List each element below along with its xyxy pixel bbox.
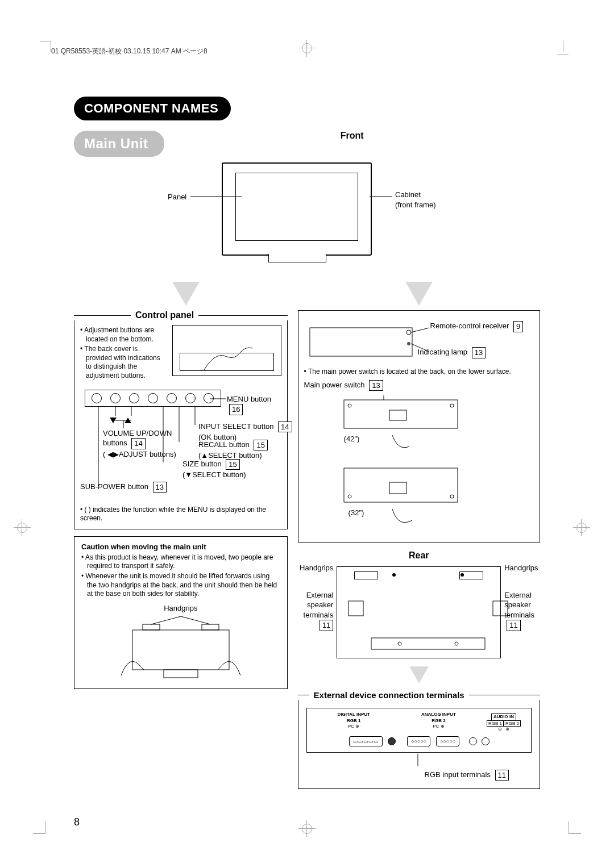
- menu-ref: 16: [229, 404, 243, 415]
- pc-label-2: PC: [433, 724, 439, 729]
- ext-terminals-heading: External device connection terminals: [309, 690, 469, 700]
- remote-label: Remote-control receiver: [430, 322, 509, 330]
- svg-rect-23: [344, 400, 458, 428]
- cp-button-row: [85, 390, 221, 407]
- recall-label: RECALL button: [198, 440, 250, 449]
- svg-rect-12: [132, 630, 229, 670]
- input-select-ref: 14: [278, 422, 292, 433]
- main-power-ref: 13: [369, 380, 383, 391]
- svg-point-25: [348, 404, 351, 407]
- main-power-label: Main power switch: [304, 381, 365, 389]
- svg-line-16: [181, 616, 210, 624]
- remote-ref: 9: [513, 321, 523, 332]
- size-32-label: (32"): [349, 508, 364, 518]
- arrow-down-icon: [409, 666, 429, 683]
- handgrips-label: Handgrips: [81, 603, 280, 614]
- svg-point-26: [450, 404, 454, 407]
- svg-point-38: [455, 642, 458, 645]
- vol-sub: ( ◀▶ADJUST buttons): [103, 449, 177, 460]
- svg-point-30: [348, 495, 351, 498]
- size-sub: (▼SELECT button): [182, 470, 246, 480]
- pc-label-1: PC: [348, 724, 354, 729]
- triangle-down-icon: [110, 418, 117, 423]
- vga-port-icon: ○○○○○: [436, 736, 459, 746]
- svg-line-15: [151, 616, 181, 624]
- power-switch-illustration-42: [304, 394, 534, 462]
- vga-port-icon: ○○○○○: [407, 736, 430, 746]
- cabinet-label: Cabinet: [395, 190, 436, 200]
- svg-rect-35: [493, 601, 508, 616]
- ext-speaker-left: External speaker terminals: [298, 590, 334, 620]
- digital-input-label: DIGITAL INPUT: [312, 712, 396, 717]
- svg-rect-28: [344, 468, 458, 502]
- front-monitor-illustration: [222, 162, 372, 256]
- arrow-down-icon: [172, 282, 200, 306]
- control-panel-heading: Control panel: [131, 310, 198, 320]
- svg-point-33: [460, 573, 464, 577]
- audio-in-label: AUDIO IN: [491, 713, 516, 720]
- svg-point-32: [392, 573, 396, 577]
- svg-rect-13: [143, 624, 160, 630]
- recall-ref: 15: [254, 440, 267, 451]
- svg-rect-29: [389, 482, 406, 494]
- svg-point-37: [398, 642, 401, 645]
- svg-rect-18: [310, 328, 412, 356]
- audio-sub-label: RGB 1RGB 2: [481, 721, 526, 727]
- rear-illustration: [337, 566, 501, 658]
- caution-box: Caution when moving the main unit • As t…: [74, 536, 288, 690]
- cp-footnote: • ( ) indicates the function while the M…: [80, 506, 281, 523]
- rgb1-label: RGB 1: [312, 718, 396, 724]
- section-title-pill: COMPONENT NAMES: [74, 97, 231, 120]
- svg-rect-17: [164, 670, 198, 678]
- svg-line-21: [411, 328, 429, 332]
- caution-illustration: [110, 613, 252, 681]
- caution-line-2: • Whenever the unit is moved it should b…: [81, 572, 280, 599]
- menu-label: MENU button: [227, 395, 271, 403]
- audio-jack-icon: [469, 737, 477, 745]
- caution-line-1: • As this product is heavy, whenever it …: [81, 553, 280, 571]
- panel-label: Panel: [168, 192, 186, 202]
- power-note: • The main power switch is located at th…: [304, 368, 534, 377]
- jack-icon: [388, 737, 396, 745]
- caution-title: Caution when moving the main unit: [81, 542, 280, 551]
- input-select-label: INPUT SELECT button: [198, 422, 273, 431]
- rgb-input-label: RGB input terminals: [425, 770, 491, 779]
- svg-rect-24: [389, 410, 406, 420]
- cp-note-1: • Adjustment buttons are located on the …: [80, 326, 162, 344]
- ext-speaker-ref-left: 11: [320, 620, 333, 631]
- cabinet-label2: (front frame): [395, 200, 436, 210]
- svg-point-19: [406, 330, 411, 335]
- main-unit-pill: Main Unit: [74, 131, 164, 157]
- indicating-ref: 13: [472, 347, 486, 358]
- svg-point-20: [407, 342, 410, 345]
- arrow-down-icon: [405, 282, 433, 306]
- sub-power-label: SUB-POWER button: [80, 482, 148, 491]
- audio-jack-icon: [482, 737, 489, 745]
- cp-note-2: • The back cover is provided with indica…: [80, 345, 162, 380]
- handgrips-left: Handgrips: [298, 563, 334, 573]
- front-heading: Front: [164, 131, 541, 141]
- rgb2-label: RGB 2: [396, 718, 481, 724]
- page-number: 8: [74, 816, 80, 828]
- size-label: SIZE button: [182, 460, 222, 468]
- sub-power-ref: 13: [153, 482, 167, 493]
- vol-ref: 14: [131, 438, 145, 449]
- header-info: 01 QR58553-英語-初校 03.10.15 10:47 AM ページ8: [51, 47, 208, 56]
- dvi-port-icon: ▭▭▭▭▭: [349, 736, 383, 746]
- power-switch-illustration-32: [304, 462, 534, 536]
- svg-point-31: [450, 495, 454, 498]
- triangle-up-icon: [125, 418, 131, 423]
- size-ref: 15: [226, 459, 239, 470]
- rgb-input-ref: 11: [495, 770, 509, 781]
- size-42-label: (42"): [344, 434, 360, 444]
- indicating-label: Indicating lamp: [418, 348, 467, 356]
- rear-heading: Rear: [298, 550, 540, 561]
- cp-illustration: [172, 325, 281, 376]
- svg-rect-14: [202, 624, 219, 630]
- analog-input-label: ANALOG INPUT: [396, 712, 481, 717]
- svg-rect-34: [349, 601, 363, 616]
- svg-rect-36: [371, 638, 485, 649]
